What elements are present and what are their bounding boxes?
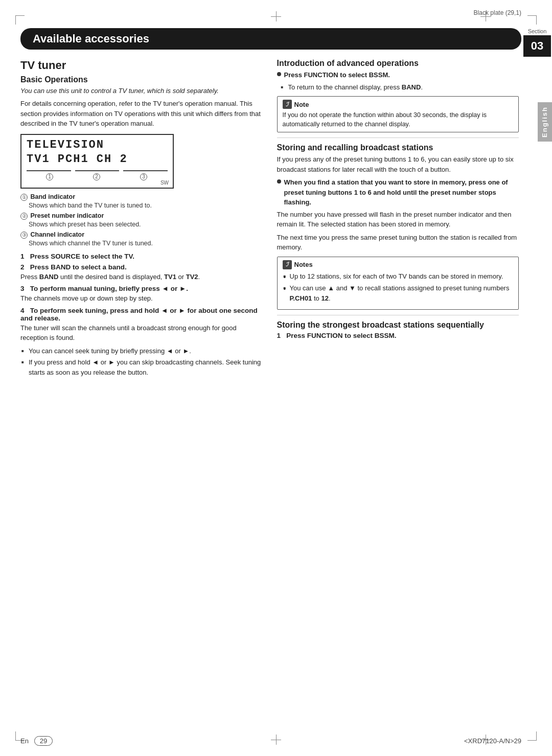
- band-sub-bullet: To return to the channel display, press …: [280, 82, 519, 93]
- indicator-channel: ③ Channel indicator Shows which channel …: [20, 231, 263, 248]
- storing-notes-list: • Up to 12 stations, six for each of two…: [283, 271, 514, 304]
- seek-bullet-list: You can cancel seek tuning by briefly pr…: [20, 346, 263, 378]
- display-label-1: 1: [46, 173, 53, 180]
- strongest-step-1: 1 Press FUNCTION to select BSSM.: [277, 332, 519, 339]
- tv-tuner-title: TV tuner: [20, 59, 263, 72]
- black-plate-label: Black plate (29,1): [474, 9, 521, 16]
- tv-display-line2: TV1 PCH1 CH 2: [27, 152, 168, 167]
- left-column: TV tuner Basic Operations You can use th…: [20, 59, 263, 715]
- corner-mark-br: [527, 731, 537, 741]
- note-box-intro: ℐ Note If you do not operate the functio…: [277, 96, 519, 132]
- section-tab: Section 03: [522, 28, 552, 57]
- storing-strongest-title: Storing the strongest broadcast stations…: [277, 320, 519, 330]
- corner-mark-tl: [15, 15, 25, 25]
- content-area: TV tuner Basic Operations You can use th…: [20, 59, 519, 715]
- notes-box-storing: ℐ Notes • Up to 12 stations, six for eac…: [277, 257, 519, 310]
- corner-mark-tr: [527, 15, 537, 25]
- section-label: Section: [528, 28, 547, 34]
- indicator-band: ① Band indicator Shows which band the TV…: [20, 193, 263, 211]
- divider-2: [277, 315, 519, 315]
- seek-bullet-1: You can cancel seek tuning by briefly pr…: [20, 346, 263, 356]
- intro-para: For details concerning operation, refer …: [20, 99, 263, 129]
- step-2: 2 Press BAND to select a band. Press BAN…: [20, 263, 263, 282]
- storing-para1: If you press any of the preset tuning bu…: [277, 154, 519, 174]
- model-number: <XRD7120-A/N>29: [464, 737, 521, 745]
- step-4: 4 To perform seek tuning, press and hold…: [20, 307, 263, 343]
- notes-box-header: ℐ Notes: [283, 260, 514, 269]
- bssm-bullet: Press FUNCTION to select BSSM.: [277, 70, 519, 80]
- tv-display: TELEVISION TV1 PCH1 CH 2 SW 1 2 3: [20, 134, 174, 189]
- tv-display-sw: SW: [160, 180, 169, 186]
- page-footer: En 29 <XRD7120-A/N>29: [20, 737, 521, 745]
- storing-note-2: • You can use ▲ and ▼ to recall stations…: [283, 283, 514, 303]
- right-column: Introduction of advanced operations Pres…: [277, 59, 519, 715]
- en-label: En 29: [20, 737, 53, 745]
- storing-bold-bullet: When you find a station that you want to…: [277, 177, 519, 208]
- storing-recalling-title: Storing and recalling broadcast stations: [277, 143, 519, 152]
- step-1: 1 Press SOURCE to select the TV.: [20, 253, 263, 260]
- english-tab: English: [538, 102, 552, 142]
- note-icon: ℐ: [283, 100, 292, 109]
- intro-advanced-title: Introduction of advanced operations: [277, 59, 519, 68]
- band-sub-bullet-item: To return to the channel display, press …: [280, 82, 519, 93]
- storing-para2: The number you have pressed will flash i…: [277, 210, 519, 230]
- note-text: If you do not operate the function withi…: [283, 110, 514, 129]
- divider-1: [277, 138, 519, 138]
- notes-icon: ℐ: [283, 260, 292, 269]
- note-box-header: ℐ Note: [283, 100, 514, 109]
- display-label-2: 2: [93, 173, 100, 180]
- page-num-badge: 29: [34, 736, 53, 746]
- step-3: 3 To perform manual tuning, briefly pres…: [20, 285, 263, 304]
- seek-bullet-2: If you press and hold ◄ or ► you can ski…: [20, 357, 263, 377]
- display-label-3: 3: [140, 173, 147, 180]
- section-number: 03: [523, 35, 551, 57]
- accessories-banner: Available accessories: [20, 28, 521, 50]
- tv-display-line1: TELEVISION: [27, 138, 168, 153]
- indicator-preset: ② Preset number indicator Shows which pr…: [20, 212, 263, 230]
- storing-note-1: • Up to 12 stations, six for each of two…: [283, 271, 514, 282]
- indicator-list: ① Band indicator Shows which band the TV…: [20, 193, 263, 248]
- italic-intro: You can use this unit to control a TV tu…: [20, 86, 263, 96]
- banner-title: Available accessories: [33, 32, 149, 45]
- storing-para3: The next time you press the same preset …: [277, 233, 519, 253]
- basic-operations-title: Basic Operations: [20, 75, 263, 84]
- crosshair-top: [271, 11, 281, 21]
